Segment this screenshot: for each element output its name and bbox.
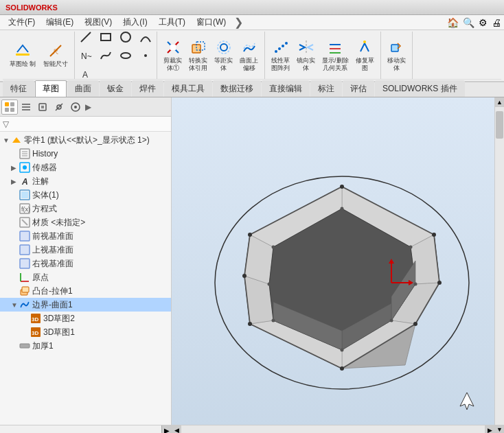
point-tool-button[interactable]	[136, 47, 155, 65]
panel-scroll-right[interactable]: ▶	[161, 425, 171, 433]
left-panel: ▶ ▽ ▼ 零件1 (默认<<默认>_显示状态 1>)	[0, 97, 172, 433]
show-relations-button[interactable]: 显示/删除几何关系	[319, 36, 352, 75]
tree-item-boss-extrude1[interactable]: 凸台-拉伸1	[0, 284, 171, 298]
title-bar: SOLIDWORKS	[0, 0, 504, 15]
tab-migrate[interactable]: 数据迁移	[213, 80, 261, 97]
svg-point-18	[285, 42, 288, 45]
tab-direct-edit[interactable]: 直接编辑	[262, 80, 310, 97]
convert-label: 转换实体引用	[189, 57, 207, 72]
tree-item-origin[interactable]: 原点	[0, 270, 171, 284]
svg-line-3	[81, 32, 91, 42]
tree-item-boundary-surface[interactable]: ▼ 边界-曲面1	[0, 298, 171, 312]
svg-text:N~: N~	[81, 51, 92, 61]
circle-tool-button[interactable]	[116, 28, 135, 46]
tree-item-front-plane[interactable]: 前视基准面	[0, 229, 171, 243]
tab-solidworks-plugins[interactable]: SOLIDWORKS 插件	[375, 80, 465, 97]
panel-tab-display-manager[interactable]	[67, 100, 84, 115]
svg-point-98	[340, 366, 344, 371]
menu-expand[interactable]: ❯	[234, 16, 243, 29]
svg-rect-28	[10, 108, 14, 112]
panel-hscroll[interactable]: ▶	[0, 425, 171, 433]
root-expand-icon[interactable]: ▼	[3, 137, 11, 144]
tree-item-3dsketch2[interactable]: 3D 3D草图2	[0, 312, 171, 325]
tab-mold[interactable]: 模具工具	[164, 80, 212, 97]
sketch-draw-button[interactable]: 草图绘 制	[5, 36, 40, 75]
sensor-icon	[19, 162, 30, 173]
toolbar-settings-icon[interactable]: ⚙	[479, 17, 488, 28]
tree-item-annotation[interactable]: ▶ A 注解	[0, 174, 171, 188]
move-solid-button[interactable]: 移动实体	[384, 36, 409, 75]
menu-file[interactable]: 文件(F)	[3, 15, 41, 30]
filter-bar: ▽	[0, 117, 171, 132]
tab-sketch[interactable]: 草图	[35, 80, 67, 97]
toolbar-row1: 草图绘 制 尺 智能尺寸	[3, 32, 501, 80]
boundary-expand-icon[interactable]: ▼	[11, 301, 19, 309]
smart-dim-button[interactable]: 尺 智能尺寸	[40, 36, 71, 75]
tree-item-3dsketch1[interactable]: 3D 3D草图1	[0, 325, 171, 339]
svg-point-108	[268, 283, 271, 286]
tree-item-sensor[interactable]: ▶ 传感器	[0, 161, 171, 174]
mirror-icon	[298, 39, 314, 56]
line-tool-button[interactable]	[76, 28, 95, 46]
panel-tab-config-manager[interactable]	[34, 100, 51, 115]
toolbar-print-icon[interactable]: 🖨	[492, 17, 501, 28]
tree-item-equation[interactable]: f(x) 方程式	[0, 202, 171, 215]
tree-item-material[interactable]: 材质 <未指定>	[0, 215, 171, 229]
panel-tab-property-manager[interactable]	[18, 100, 34, 115]
annotation-expand-icon[interactable]: ▶	[11, 178, 19, 185]
toolbar-search-icon[interactable]: 🔍	[463, 17, 474, 28]
right-plane-label: 右视基准面	[32, 258, 73, 270]
tab-surface[interactable]: 曲面	[67, 80, 99, 97]
svg-text:3D: 3D	[32, 316, 38, 323]
spline-tool-button[interactable]	[96, 47, 115, 65]
tree-item-history[interactable]: History	[0, 147, 171, 161]
tree-root-part[interactable]: ▼ 零件1 (默认<<默认>_显示状态 1>)	[0, 133, 171, 147]
ellipse-tool-button[interactable]	[116, 47, 135, 65]
panel-tab-feature-manager[interactable]	[1, 100, 18, 115]
svg-point-106	[341, 349, 344, 352]
repair-sketch-label: 修复草图	[356, 57, 374, 72]
convert-button[interactable]: 转换实体引用	[185, 36, 211, 75]
toolbar-home-icon[interactable]: 🏠	[447, 17, 459, 28]
tree-item-top-plane[interactable]: 上视基准面	[0, 243, 171, 257]
tree-item-right-plane[interactable]: 右视基准面	[0, 257, 171, 270]
svg-point-104	[414, 283, 417, 286]
panel-tabs-more[interactable]: ▶	[85, 102, 91, 112]
canvas-vscroll[interactable]: ▲ ▼	[494, 97, 504, 433]
filter-icon: ▽	[3, 119, 9, 129]
svg-point-101	[248, 233, 252, 237]
svg-point-7	[121, 53, 130, 58]
hscroll-left[interactable]: ◀	[172, 425, 181, 433]
mirror-button[interactable]: 镜向实体	[293, 36, 319, 75]
surface-offset-button[interactable]: 曲面上偏移	[236, 36, 262, 75]
hscroll-right[interactable]: ▶	[485, 425, 494, 433]
vscroll-thumb[interactable]	[496, 111, 503, 139]
menu-tools[interactable]: 工具(T)	[153, 15, 191, 30]
svg-rect-11	[192, 45, 201, 53]
canvas-hscroll[interactable]: ◀ ▶	[172, 425, 494, 433]
rect-tool-button[interactable]	[96, 28, 115, 46]
repair-sketch-button[interactable]: 修复草图	[352, 36, 378, 75]
tab-feature[interactable]: 特征	[3, 80, 34, 97]
menu-window[interactable]: 窗口(W)	[191, 15, 231, 30]
linear-array-button[interactable]: 线性草图阵列	[268, 36, 293, 75]
tab-markup[interactable]: 标注	[310, 80, 342, 97]
arc-tool-button[interactable]	[136, 28, 155, 46]
trim-button[interactable]: 剪裁实体①	[160, 36, 185, 75]
tab-sheetmetal[interactable]: 钣金	[100, 80, 131, 97]
sensor-expand-icon[interactable]: ▶	[11, 164, 19, 172]
tree-item-solid[interactable]: 实体(1)	[0, 188, 171, 202]
poly-tool-button[interactable]: N~	[76, 47, 95, 65]
offset-button[interactable]: 等距实体	[211, 36, 236, 75]
menu-edit[interactable]: 编辑(E)	[41, 15, 79, 30]
trim-icon	[165, 39, 181, 56]
tab-evaluate[interactable]: 评估	[343, 80, 374, 97]
tab-weldment[interactable]: 焊件	[132, 80, 163, 97]
vscroll-down[interactable]: ▼	[495, 425, 504, 433]
boundary-surface-icon	[19, 299, 30, 310]
svg-text:A: A	[21, 177, 28, 187]
thicken1-icon	[19, 340, 30, 351]
vscroll-up[interactable]: ▲	[495, 97, 504, 107]
panel-tab-dim-xpert[interactable]	[51, 100, 67, 115]
tree-item-thicken1[interactable]: 加厚1	[0, 339, 171, 353]
